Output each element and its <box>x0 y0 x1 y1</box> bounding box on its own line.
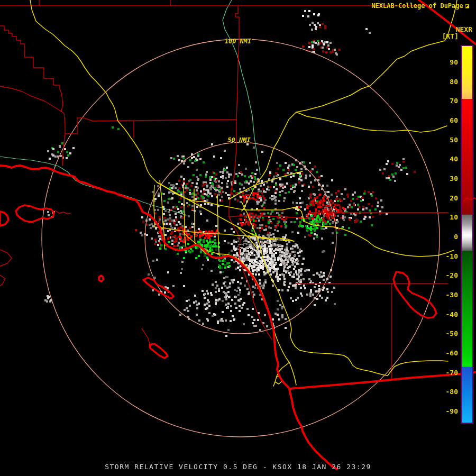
map-over-colorbar-layer <box>0 0 476 476</box>
county-borders-line <box>463 198 476 202</box>
radar-display: 50 NMI 100 NMI NEXLAB-College of DuPage◪… <box>0 0 476 476</box>
